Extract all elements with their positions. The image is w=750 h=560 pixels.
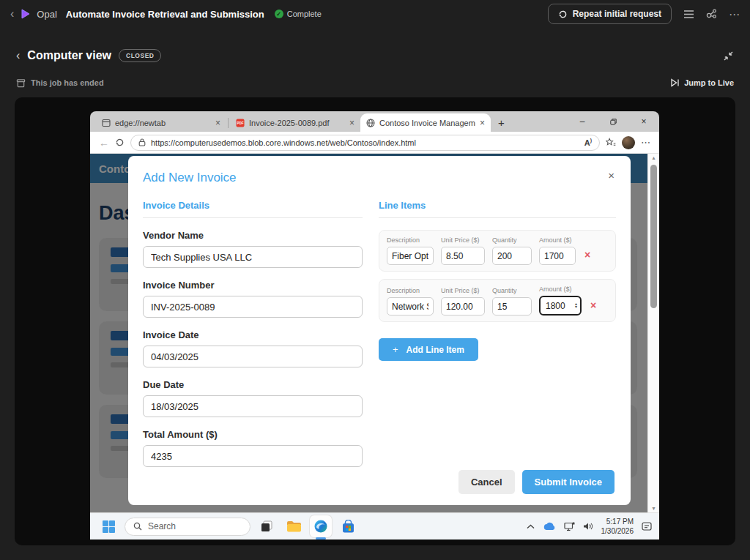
edge-browser-window: edge://newtab × PDF Invoice-2025-0089.pd… <box>90 111 659 512</box>
quantity-column-label: Quantity <box>492 287 532 294</box>
line-item-amount-field-focused[interactable]: 1800 ▴▾ <box>539 296 582 316</box>
plus-icon: + <box>393 344 398 355</box>
browser-toolbar: ← https://computerusedemos.blob.core.win… <box>90 132 659 154</box>
more-options-icon[interactable]: ⋯ <box>729 9 740 20</box>
amount-value: 1800 <box>546 301 565 311</box>
complete-check-icon: ✓ <box>275 10 283 18</box>
app-name: Opal <box>37 9 56 20</box>
minimize-button[interactable]: – <box>567 111 598 132</box>
svg-text:PDF: PDF <box>237 122 243 125</box>
collapse-icon[interactable] <box>723 51 734 61</box>
search-icon <box>133 522 142 531</box>
browser-refresh-icon[interactable] <box>115 138 125 147</box>
play-to-end-icon <box>670 78 680 87</box>
total-amount-field[interactable] <box>143 445 363 467</box>
windows-logo-icon <box>102 520 116 534</box>
jump-to-live-button[interactable]: Jump to Live <box>670 78 734 87</box>
page-viewport: Contoso Invoice Management Portal Dashbo… <box>90 154 659 512</box>
browser-back-icon[interactable]: ← <box>99 137 109 149</box>
browser-menu-icon[interactable]: ⋯ <box>641 137 650 148</box>
close-window-button[interactable]: × <box>628 111 659 132</box>
onedrive-cloud-icon[interactable] <box>543 522 556 531</box>
line-item-amount-field[interactable] <box>539 247 576 265</box>
line-item-price-field[interactable] <box>441 297 485 316</box>
line-item-description-field[interactable] <box>387 247 434 265</box>
line-item-description-field[interactable] <box>387 297 434 316</box>
tab-close-icon[interactable]: × <box>349 118 354 128</box>
tab-contoso-portal[interactable]: Contoso Invoice Management Po × <box>360 113 491 132</box>
page-scrollbar[interactable]: ▲ ▼ <box>647 154 659 512</box>
new-tab-button[interactable]: + <box>498 116 505 129</box>
submit-invoice-button[interactable]: Submit Invoice <box>522 470 615 494</box>
delete-line-item-icon[interactable]: × <box>584 249 590 261</box>
line-item-quantity-field[interactable] <box>492 297 532 316</box>
menu-list-icon[interactable] <box>683 10 694 19</box>
vendor-name-label: Vendor Name <box>143 230 363 241</box>
tray-chevron-up-icon[interactable] <box>527 524 535 529</box>
restore-icon <box>610 119 617 125</box>
file-explorer-button[interactable] <box>283 515 305 537</box>
task-view-button[interactable] <box>256 515 278 537</box>
line-item-row: Description Unit Price ($) Quantity <box>379 279 616 322</box>
profile-avatar[interactable] <box>622 136 635 149</box>
app-back-chevron-icon[interactable]: ‹ <box>10 7 14 20</box>
scroll-down-icon[interactable]: ▼ <box>648 506 659 511</box>
start-button[interactable] <box>97 515 119 537</box>
computer-view-header: ‹ Computer view CLOSED <box>0 45 750 66</box>
tab-close-icon[interactable]: × <box>480 118 485 128</box>
microsoft-store-button[interactable] <box>337 515 359 537</box>
edge-icon <box>313 519 328 534</box>
due-date-field[interactable] <box>143 395 363 417</box>
invoice-date-field[interactable] <box>143 346 363 367</box>
newtab-page-icon <box>102 119 111 127</box>
search-placeholder: Search <box>148 521 176 531</box>
clock-date: 1/30/2026 <box>601 526 634 536</box>
lock-icon <box>138 138 146 146</box>
tab-newtab[interactable]: edge://newtab × <box>96 113 226 132</box>
globe-icon <box>366 119 375 127</box>
tab-invoice-pdf[interactable]: PDF Invoice-2025-0089.pdf × <box>230 113 360 132</box>
delete-line-item-icon[interactable]: × <box>590 299 596 311</box>
vendor-name-field[interactable] <box>143 246 363 268</box>
line-items-section: Line Items Description Unit Price ($) <box>379 200 616 467</box>
line-item-price-field[interactable] <box>441 247 485 265</box>
windows-taskbar: Search <box>90 512 659 540</box>
scroll-up-icon[interactable]: ▲ <box>648 155 659 160</box>
refresh-icon <box>558 10 568 19</box>
taskbar-search-box[interactable]: Search <box>125 518 250 536</box>
scrollbar-thumb[interactable] <box>650 165 657 308</box>
store-icon <box>341 520 355 534</box>
invoice-details-header: Invoice Details <box>143 200 363 218</box>
tab-title: Invoice-2025-0089.pdf <box>249 119 345 127</box>
address-bar[interactable]: https://computerusedemos.blob.core.windo… <box>130 135 600 151</box>
notification-center-icon[interactable] <box>642 521 652 531</box>
job-title: Automate Invoice Retrieval and Submissio… <box>66 9 264 20</box>
archive-icon <box>16 78 26 88</box>
cancel-button[interactable]: Cancel <box>458 470 515 494</box>
workflow-icon[interactable] <box>706 9 717 19</box>
favorites-hub-icon[interactable] <box>606 138 616 147</box>
network-icon[interactable] <box>564 522 575 531</box>
line-items-header: Line Items <box>379 200 616 218</box>
volume-icon[interactable] <box>583 522 593 531</box>
app-top-bar: ‹ Opal Automate Invoice Retrieval and Su… <box>0 0 750 28</box>
status-label: Complete <box>287 10 322 18</box>
modal-close-icon[interactable]: × <box>608 169 615 182</box>
browser-tab-strip: edge://newtab × PDF Invoice-2025-0089.pd… <box>90 111 659 132</box>
view-back-chevron-icon[interactable]: ‹ <box>16 49 20 62</box>
restore-button[interactable] <box>598 111 628 132</box>
number-spinner-icon[interactable]: ▴▾ <box>575 303 577 308</box>
tab-close-icon[interactable]: × <box>215 118 220 128</box>
invoice-number-field[interactable] <box>143 296 363 318</box>
edge-browser-button[interactable] <box>310 515 332 537</box>
read-aloud-icon[interactable]: A) <box>584 138 592 147</box>
modal-footer: Cancel Submit Invoice <box>458 470 615 494</box>
repeat-request-button[interactable]: Repeat initial request <box>548 4 672 24</box>
line-item-quantity-field[interactable] <box>492 247 532 265</box>
total-amount-label: Total Amount ($) <box>143 429 363 440</box>
amount-column-label: Amount ($) <box>539 285 582 293</box>
job-status-row: This job has ended Jump to Live <box>0 75 750 90</box>
taskbar-clock[interactable]: 5:17 PM 1/30/2026 <box>601 517 634 536</box>
add-line-item-button[interactable]: + Add Line Item <box>379 338 478 361</box>
due-date-label: Due Date <box>143 379 363 390</box>
